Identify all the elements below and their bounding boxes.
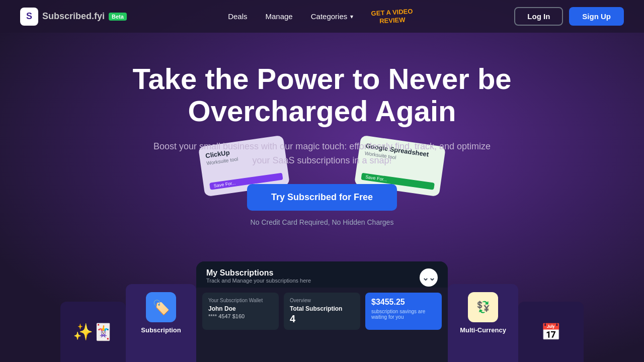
nav-actions: Log In Sign Up [514, 7, 624, 26]
cta-button[interactable]: Try Subscribed for Free [247, 184, 397, 211]
savings-panel: $3455.25 subscription savings are waitin… [365, 293, 442, 330]
currency-icon: 💱 [468, 292, 498, 322]
navbar: S Subscribed.fyi Beta Deals Manage Categ… [0, 0, 644, 33]
center-card-header: My Subscriptions Track and Manage your s… [196, 261, 448, 288]
video-review-link[interactable]: GET A VIDEO REVIEW [371, 8, 413, 25]
chevron-down-icon: ▾ [350, 13, 353, 20]
subscription-icon-left: 🏷️ [146, 292, 176, 322]
center-subscriptions-card[interactable]: My Subscriptions Track and Manage your s… [196, 261, 448, 362]
cards-row: ✨🃏 🏷️ Subscription My Subscriptions Trac… [0, 261, 644, 362]
outer-card-right: 📅 [518, 302, 584, 362]
hero-title: Take the Power to Never be Overcharged A… [10, 63, 634, 127]
nav-deals[interactable]: Deals [228, 12, 247, 21]
overview-panel: Overview Total Subscription 4 [284, 293, 360, 330]
hero-note: No Credit Card Required, No Hidden Charg… [251, 218, 394, 226]
side-card-right: 💱 Multi-Currency [448, 284, 518, 362]
logo-icon: S [20, 8, 38, 26]
nav-manage[interactable]: Manage [265, 12, 292, 21]
center-card-body: Your Subscription Wallet John Doe **** 4… [196, 288, 448, 335]
sparkle-icon: ✨🃏 [73, 322, 113, 341]
side-card-left: 🏷️ Subscription [126, 284, 196, 362]
logo-text: Subscribed.fyi [42, 11, 105, 22]
nav-categories-link[interactable]: Categories [311, 12, 348, 21]
chevron-double-down-icon[interactable]: ⌄⌄ [420, 268, 438, 287]
hero-section: Take the Power to Never be Overcharged A… [0, 33, 644, 242]
nav-categories[interactable]: Categories ▾ [311, 12, 354, 21]
calendar-icon: 📅 [541, 322, 561, 341]
hero-subtitle: Boost your small business with our magic… [146, 139, 498, 168]
logo[interactable]: S Subscribed.fyi Beta [20, 8, 127, 26]
nav-links: Deals Manage Categories ▾ GET A VIDEO RE… [228, 9, 413, 24]
outer-card-left: ✨🃏 [60, 302, 126, 362]
beta-badge: Beta [109, 13, 127, 21]
signup-button[interactable]: Sign Up [569, 7, 624, 26]
wallet-panel: Your Subscription Wallet John Doe **** 4… [202, 293, 279, 330]
login-button[interactable]: Log In [514, 7, 563, 26]
